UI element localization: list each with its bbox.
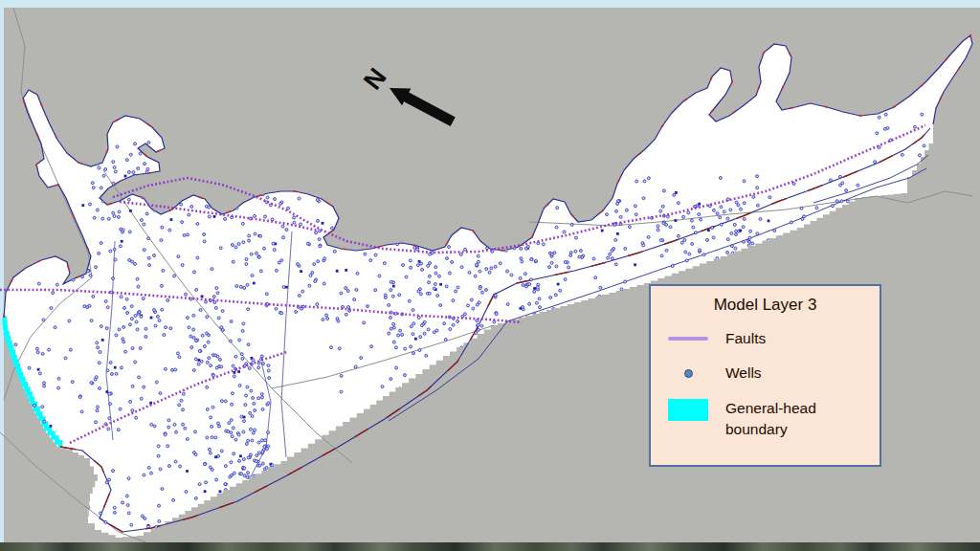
well-marker <box>92 296 95 298</box>
well-marker <box>132 171 135 174</box>
well-marker <box>186 317 189 320</box>
well-marker <box>434 272 437 275</box>
well-marker <box>477 254 479 257</box>
well-marker <box>162 269 165 272</box>
well-marker <box>659 239 662 242</box>
well-marker <box>245 443 248 446</box>
well-marker <box>706 238 709 241</box>
well-marker <box>125 159 128 162</box>
well-swatch-icon <box>684 369 693 378</box>
well-marker <box>135 320 138 323</box>
well-marker <box>164 433 167 436</box>
well-marker <box>481 291 484 294</box>
well-marker <box>739 230 742 232</box>
well-marker <box>418 349 421 352</box>
well-marker <box>468 271 471 274</box>
bottom-photo-strip <box>0 542 980 551</box>
well-marker <box>326 318 329 320</box>
well-marker <box>119 408 122 410</box>
well-marker <box>524 247 527 250</box>
well-marker <box>445 285 448 288</box>
well-marker <box>130 305 133 308</box>
well-marker <box>768 220 770 223</box>
well-marker <box>150 317 153 320</box>
well-marker <box>28 366 31 369</box>
well-marker <box>297 263 300 266</box>
well-marker <box>549 297 552 299</box>
well-marker <box>37 368 40 371</box>
well-marker <box>419 293 422 296</box>
well-marker <box>319 245 322 248</box>
well-marker <box>217 317 220 320</box>
well-marker <box>669 226 672 229</box>
well-marker <box>317 260 320 263</box>
well-marker <box>635 180 638 183</box>
well-marker <box>122 341 125 343</box>
well-marker <box>242 430 245 433</box>
well-marker <box>275 307 278 310</box>
well-marker <box>240 415 243 418</box>
well-marker <box>323 282 325 285</box>
well-marker <box>408 299 411 302</box>
well-marker <box>110 373 113 376</box>
well-marker <box>161 308 164 311</box>
well-marker <box>564 261 567 264</box>
well-marker <box>241 357 244 360</box>
well-marker <box>657 229 659 231</box>
well-marker <box>250 389 253 392</box>
well-marker <box>167 419 170 422</box>
well-marker <box>278 261 280 264</box>
well-marker <box>259 270 262 273</box>
well-marker <box>403 374 406 377</box>
well-marker <box>530 278 533 281</box>
well-marker <box>233 375 235 378</box>
well-marker <box>210 364 212 367</box>
well-marker <box>247 456 250 459</box>
well-marker <box>105 390 108 393</box>
well-marker <box>78 396 81 399</box>
well-marker <box>457 320 459 323</box>
well-marker <box>231 403 234 406</box>
well-marker <box>220 400 223 403</box>
well-marker <box>130 318 133 320</box>
well-marker <box>142 298 145 300</box>
well-marker <box>192 328 195 331</box>
well-marker <box>145 327 147 330</box>
well-marker <box>240 473 243 475</box>
well-marker <box>699 249 702 252</box>
well-marker <box>839 175 842 178</box>
well-marker <box>179 465 182 468</box>
well-marker <box>208 357 211 360</box>
well-marker <box>421 268 424 271</box>
well-marker <box>251 415 254 418</box>
well-marker <box>136 328 139 331</box>
well-marker <box>98 252 100 254</box>
well-marker <box>634 205 636 208</box>
well-marker <box>237 243 240 246</box>
well-marker <box>550 261 553 264</box>
well-marker <box>134 143 137 145</box>
well-marker <box>101 339 104 342</box>
well-marker <box>624 247 627 250</box>
well-marker <box>383 262 386 265</box>
well-marker <box>282 236 285 239</box>
well-marker <box>677 234 679 237</box>
well-marker <box>494 294 497 297</box>
well-marker <box>187 233 189 236</box>
well-marker <box>282 286 285 289</box>
well-marker <box>479 287 481 290</box>
well-marker <box>615 209 618 212</box>
well-marker <box>451 261 454 264</box>
ghb-swatch-icon <box>668 399 708 421</box>
well-marker <box>232 260 234 263</box>
well-marker <box>405 276 408 278</box>
well-marker <box>340 390 343 393</box>
well-marker <box>677 202 679 205</box>
well-marker <box>346 290 349 293</box>
well-marker <box>224 400 227 403</box>
well-marker <box>647 235 650 238</box>
well-marker <box>614 263 617 266</box>
well-marker <box>211 436 213 439</box>
well-marker <box>857 184 859 187</box>
well-marker <box>214 354 217 357</box>
